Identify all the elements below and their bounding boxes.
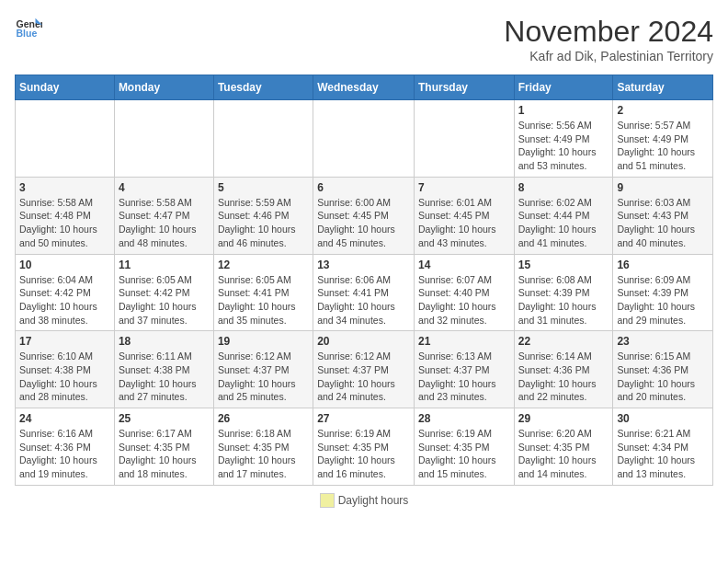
- table-row: 17Sunrise: 6:10 AM Sunset: 4:38 PM Dayli…: [16, 331, 115, 408]
- calendar-table: Sunday Monday Tuesday Wednesday Thursday…: [15, 75, 713, 486]
- day-number: 25: [119, 412, 210, 425]
- header-thursday: Thursday: [414, 75, 514, 100]
- title-section: November 2024 Kafr ad Dik, Palestinian T…: [504, 15, 713, 63]
- table-row: 20Sunrise: 6:12 AM Sunset: 4:37 PM Dayli…: [313, 331, 415, 408]
- table-row: [16, 100, 115, 178]
- day-number: 14: [418, 259, 510, 271]
- day-info: Sunrise: 6:12 AM Sunset: 4:37 PM Dayligh…: [218, 350, 309, 404]
- day-info: Sunrise: 6:17 AM Sunset: 4:35 PM Dayligh…: [119, 427, 210, 481]
- header-monday: Monday: [114, 75, 213, 100]
- table-row: [213, 100, 313, 178]
- table-row: 25Sunrise: 6:17 AM Sunset: 4:35 PM Dayli…: [114, 408, 213, 486]
- table-row: 14Sunrise: 6:07 AM Sunset: 4:40 PM Dayli…: [414, 254, 514, 331]
- day-info: Sunrise: 6:16 AM Sunset: 4:36 PM Dayligh…: [19, 427, 110, 481]
- table-row: 12Sunrise: 6:05 AM Sunset: 4:41 PM Dayli…: [213, 254, 313, 331]
- day-number: 6: [317, 181, 410, 194]
- day-number: 24: [19, 412, 110, 425]
- table-row: 21Sunrise: 6:13 AM Sunset: 4:37 PM Dayli…: [414, 331, 514, 408]
- page-header: General Blue November 2024 Kafr ad Dik, …: [15, 15, 713, 63]
- table-row: 7Sunrise: 6:01 AM Sunset: 4:45 PM Daylig…: [414, 177, 514, 254]
- table-row: 11Sunrise: 6:05 AM Sunset: 4:42 PM Dayli…: [114, 254, 213, 331]
- table-row: 27Sunrise: 6:19 AM Sunset: 4:35 PM Dayli…: [313, 408, 415, 486]
- table-row: [114, 100, 213, 178]
- day-info: Sunrise: 6:06 AM Sunset: 4:41 PM Dayligh…: [317, 273, 410, 327]
- day-number: 20: [317, 335, 410, 348]
- daylight-legend: Daylight hours: [320, 493, 409, 508]
- svg-text:Blue: Blue: [17, 28, 38, 39]
- day-number: 8: [518, 181, 609, 194]
- day-info: Sunrise: 5:59 AM Sunset: 4:46 PM Dayligh…: [218, 196, 309, 250]
- day-info: Sunrise: 5:57 AM Sunset: 4:49 PM Dayligh…: [617, 119, 709, 173]
- header-sunday: Sunday: [16, 75, 115, 100]
- day-info: Sunrise: 6:21 AM Sunset: 4:34 PM Dayligh…: [617, 427, 709, 481]
- day-number: 22: [518, 335, 609, 348]
- day-number: 16: [617, 259, 709, 271]
- calendar-week-row: 17Sunrise: 6:10 AM Sunset: 4:38 PM Dayli…: [16, 331, 713, 408]
- table-row: 1Sunrise: 5:56 AM Sunset: 4:49 PM Daylig…: [514, 100, 613, 178]
- day-info: Sunrise: 6:05 AM Sunset: 4:41 PM Dayligh…: [218, 273, 309, 327]
- calendar-week-row: 10Sunrise: 6:04 AM Sunset: 4:42 PM Dayli…: [16, 254, 713, 331]
- table-row: 19Sunrise: 6:12 AM Sunset: 4:37 PM Dayli…: [213, 331, 313, 408]
- day-number: 15: [518, 259, 609, 271]
- day-info: Sunrise: 6:01 AM Sunset: 4:45 PM Dayligh…: [418, 196, 510, 250]
- daylight-label: Daylight hours: [338, 494, 409, 507]
- day-number: 23: [617, 335, 709, 348]
- day-info: Sunrise: 5:56 AM Sunset: 4:49 PM Dayligh…: [518, 119, 609, 173]
- header-wednesday: Wednesday: [313, 75, 415, 100]
- day-number: 4: [119, 181, 210, 194]
- calendar-footer: Daylight hours: [15, 493, 713, 508]
- day-info: Sunrise: 6:14 AM Sunset: 4:36 PM Dayligh…: [518, 350, 609, 404]
- table-row: [414, 100, 514, 178]
- day-info: Sunrise: 6:03 AM Sunset: 4:43 PM Dayligh…: [617, 196, 709, 250]
- day-number: 10: [19, 259, 110, 271]
- day-number: 12: [218, 259, 309, 271]
- day-info: Sunrise: 5:58 AM Sunset: 4:47 PM Dayligh…: [119, 196, 210, 250]
- day-number: 5: [218, 181, 309, 194]
- day-info: Sunrise: 6:19 AM Sunset: 4:35 PM Dayligh…: [418, 427, 510, 481]
- table-row: 3Sunrise: 5:58 AM Sunset: 4:48 PM Daylig…: [16, 177, 115, 254]
- day-number: 2: [617, 104, 709, 117]
- day-number: 7: [418, 181, 510, 194]
- day-info: Sunrise: 6:19 AM Sunset: 4:35 PM Dayligh…: [317, 427, 410, 481]
- calendar-week-row: 1Sunrise: 5:56 AM Sunset: 4:49 PM Daylig…: [16, 100, 713, 178]
- table-row: 16Sunrise: 6:09 AM Sunset: 4:39 PM Dayli…: [613, 254, 713, 331]
- table-row: 26Sunrise: 6:18 AM Sunset: 4:35 PM Dayli…: [213, 408, 313, 486]
- day-info: Sunrise: 6:09 AM Sunset: 4:39 PM Dayligh…: [617, 273, 709, 327]
- month-title: November 2024: [504, 15, 713, 49]
- calendar-week-row: 24Sunrise: 6:16 AM Sunset: 4:36 PM Dayli…: [16, 408, 713, 486]
- day-info: Sunrise: 6:04 AM Sunset: 4:42 PM Dayligh…: [19, 273, 110, 327]
- calendar-header-row: Sunday Monday Tuesday Wednesday Thursday…: [16, 75, 713, 100]
- header-friday: Friday: [514, 75, 613, 100]
- day-info: Sunrise: 6:12 AM Sunset: 4:37 PM Dayligh…: [317, 350, 410, 404]
- table-row: 30Sunrise: 6:21 AM Sunset: 4:34 PM Dayli…: [613, 408, 713, 486]
- table-row: 15Sunrise: 6:08 AM Sunset: 4:39 PM Dayli…: [514, 254, 613, 331]
- day-number: 13: [317, 259, 410, 271]
- header-saturday: Saturday: [613, 75, 713, 100]
- day-number: 28: [418, 412, 510, 425]
- logo: General Blue: [15, 15, 42, 42]
- table-row: 13Sunrise: 6:06 AM Sunset: 4:41 PM Dayli…: [313, 254, 415, 331]
- table-row: 24Sunrise: 6:16 AM Sunset: 4:36 PM Dayli…: [16, 408, 115, 486]
- table-row: 18Sunrise: 6:11 AM Sunset: 4:38 PM Dayli…: [114, 331, 213, 408]
- day-info: Sunrise: 5:58 AM Sunset: 4:48 PM Dayligh…: [19, 196, 110, 250]
- day-info: Sunrise: 6:02 AM Sunset: 4:44 PM Dayligh…: [518, 196, 609, 250]
- table-row: 5Sunrise: 5:59 AM Sunset: 4:46 PM Daylig…: [213, 177, 313, 254]
- day-number: 1: [518, 104, 609, 117]
- day-info: Sunrise: 6:10 AM Sunset: 4:38 PM Dayligh…: [19, 350, 110, 404]
- table-row: 6Sunrise: 6:00 AM Sunset: 4:45 PM Daylig…: [313, 177, 415, 254]
- day-number: 30: [617, 412, 709, 425]
- table-row: 9Sunrise: 6:03 AM Sunset: 4:43 PM Daylig…: [613, 177, 713, 254]
- table-row: 4Sunrise: 5:58 AM Sunset: 4:47 PM Daylig…: [114, 177, 213, 254]
- table-row: [313, 100, 415, 178]
- day-number: 3: [19, 181, 110, 194]
- day-info: Sunrise: 6:07 AM Sunset: 4:40 PM Dayligh…: [418, 273, 510, 327]
- day-number: 21: [418, 335, 510, 348]
- day-number: 26: [218, 412, 309, 425]
- day-info: Sunrise: 6:00 AM Sunset: 4:45 PM Dayligh…: [317, 196, 410, 250]
- day-info: Sunrise: 6:11 AM Sunset: 4:38 PM Dayligh…: [119, 350, 210, 404]
- table-row: 8Sunrise: 6:02 AM Sunset: 4:44 PM Daylig…: [514, 177, 613, 254]
- day-info: Sunrise: 6:15 AM Sunset: 4:36 PM Dayligh…: [617, 350, 709, 404]
- day-number: 18: [119, 335, 210, 348]
- table-row: 28Sunrise: 6:19 AM Sunset: 4:35 PM Dayli…: [414, 408, 514, 486]
- day-number: 27: [317, 412, 410, 425]
